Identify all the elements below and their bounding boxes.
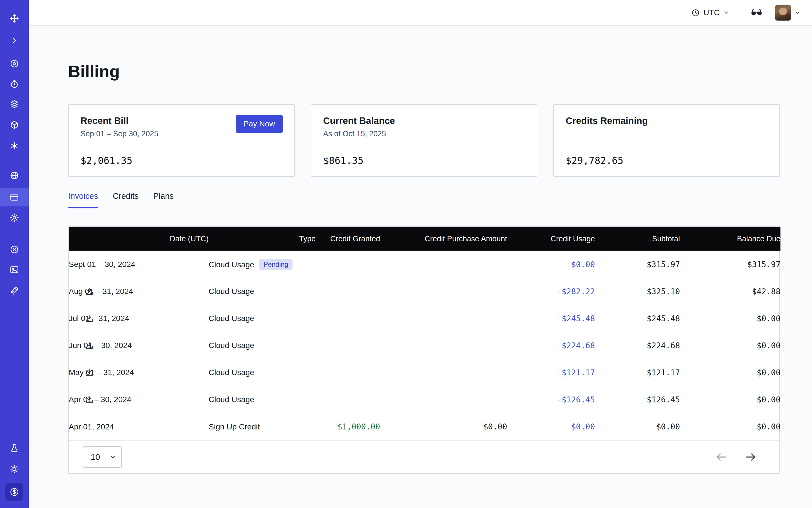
current-balance-amount: $861.35 xyxy=(323,155,525,166)
invoice-type: Sign Up Credit xyxy=(209,422,260,431)
table-footer: 10 xyxy=(69,440,779,473)
page-size-select[interactable]: 10 xyxy=(83,446,122,468)
tab-invoices[interactable]: Invoices xyxy=(68,192,98,208)
subtotal-value: $121.17 xyxy=(595,359,680,386)
subtotal-value: $224.68 xyxy=(595,332,680,359)
header-date: Date (UTC) xyxy=(69,227,209,251)
table-row: Sept 01 – 30, 2024 Cloud UsagePending $0… xyxy=(69,251,780,278)
invoice-type: Cloud Usage xyxy=(209,287,254,296)
main-content: Billing Recent Bill Sep 01 – Sep 30, 202… xyxy=(29,26,812,508)
next-page-button[interactable] xyxy=(744,451,757,463)
avatar[interactable] xyxy=(775,4,791,21)
table-row: Apr 01, 2024 Sign Up Credit $1,000.00 $0… xyxy=(69,413,780,440)
credit-usage-value: $0.00 xyxy=(507,413,595,440)
subtotal-value: $126.45 xyxy=(595,386,680,413)
credit-usage-value: -$245.48 xyxy=(507,305,595,332)
timezone-selector[interactable]: UTC xyxy=(691,8,729,17)
subtotal-value: $315.97 xyxy=(595,251,680,278)
credit-usage-value: -$126.45 xyxy=(507,386,595,413)
summary-cards: Recent Bill Sep 01 – Sep 30, 2025 $2,061… xyxy=(68,104,780,177)
header-credit-usage: Credit Usage xyxy=(507,227,595,251)
credit-granted-value: $1,000.00 xyxy=(315,413,380,440)
invoice-date: Apr 01, 2024 xyxy=(69,422,114,431)
billing-tabs: Invoices Credits Plans xyxy=(68,192,780,208)
balance-due-value: $0.00 xyxy=(680,305,780,332)
tab-credits[interactable]: Credits xyxy=(113,192,138,208)
move-logo-icon[interactable] xyxy=(0,9,29,27)
balance-as-of: As of Oct 15, 2025 xyxy=(323,130,525,138)
credit-card-icon[interactable] xyxy=(0,188,29,206)
pagination-controls xyxy=(715,451,757,463)
page-title: Billing xyxy=(68,61,780,82)
card-title: Current Balance xyxy=(323,116,525,126)
download-invoice-button[interactable] xyxy=(84,368,94,377)
header-balance-due: Balance Due xyxy=(680,227,780,251)
invoice-date: Aug 01 – 31, 2024 xyxy=(69,287,133,296)
balance-due-value: $315.97 xyxy=(680,251,780,278)
recent-bill-amount: $2,061.35 xyxy=(81,155,283,166)
table-row: Jun 01 – 30, 2024 Cloud Usage -$224.68 $… xyxy=(69,332,780,359)
invoice-date: May 01 – 31, 2024 xyxy=(69,368,134,377)
credits-remaining-card: Credits Remaining $29,782.65 xyxy=(553,104,780,177)
current-balance-card: Current Balance As of Oct 15, 2025 $861.… xyxy=(311,104,538,177)
header-credit-purchase: Credit Purchase Amount xyxy=(380,227,507,251)
chevron-right-icon[interactable] xyxy=(0,32,29,50)
invoices-table: Date (UTC) Type Credit Granted Credit Pu… xyxy=(68,226,780,474)
chevron-down-icon xyxy=(110,454,116,460)
recent-bill-card: Recent Bill Sep 01 – Sep 30, 2025 $2,061… xyxy=(68,104,295,177)
page-size-value: 10 xyxy=(91,452,100,462)
balance-due-value: $0.00 xyxy=(680,359,780,386)
header-type: Type xyxy=(209,227,315,251)
disc-icon[interactable] xyxy=(0,55,29,73)
subtotal-value: $245.48 xyxy=(595,305,680,332)
asterisk-icon[interactable] xyxy=(0,137,29,155)
sun-icon[interactable] xyxy=(0,460,29,478)
topbar: UTC xyxy=(29,0,812,26)
header-subtotal: Subtotal xyxy=(595,227,680,251)
sidebar xyxy=(0,0,29,508)
circle-x-icon[interactable] xyxy=(0,241,29,258)
credit-usage-value: -$282.22 xyxy=(507,278,595,305)
tab-plans[interactable]: Plans xyxy=(153,192,174,208)
balance-due-value: $42.88 xyxy=(680,278,780,305)
invoice-date: Sept 01 – 30, 2024 xyxy=(69,260,135,269)
credit-usage-value: $0.00 xyxy=(507,251,595,278)
download-invoice-button[interactable] xyxy=(84,341,94,350)
credit-usage-value: -$224.68 xyxy=(507,332,595,359)
invoice-type: Cloud Usage xyxy=(209,395,254,404)
chevron-down-icon[interactable] xyxy=(795,9,801,16)
flask-icon[interactable] xyxy=(0,439,29,457)
layers-icon[interactable] xyxy=(0,95,29,113)
gear-icon[interactable] xyxy=(0,209,29,227)
invoice-date: Apr 01 – 30, 2024 xyxy=(69,395,131,404)
rocket-icon[interactable] xyxy=(0,282,29,300)
balance-due-value: $0.00 xyxy=(680,413,780,440)
stopwatch-icon[interactable] xyxy=(0,75,29,93)
invoice-type: Cloud Usage xyxy=(209,260,254,269)
download-invoice-button[interactable] xyxy=(84,314,94,323)
image-icon[interactable] xyxy=(0,261,29,279)
globe-icon[interactable] xyxy=(0,166,29,184)
pay-now-button[interactable]: Pay Now xyxy=(236,115,283,133)
table-row: Jul 01 – 31, 2024 Cloud Usage -$245.48 $… xyxy=(69,305,780,332)
glasses-icon[interactable] xyxy=(750,6,763,19)
table-row: Apr 01 – 30, 2024 Cloud Usage -$126.45 $… xyxy=(69,386,780,413)
table-row: Aug 01 – 31, 2024 Cloud Usage -$282.22 $… xyxy=(69,278,780,305)
credit-purchase-value: $0.00 xyxy=(380,413,507,440)
card-title: Credits Remaining xyxy=(566,116,768,126)
table-header-row: Date (UTC) Type Credit Granted Credit Pu… xyxy=(69,227,780,251)
download-invoice-button[interactable] xyxy=(84,287,94,296)
chevron-down-icon xyxy=(723,9,729,16)
balance-due-value: $0.00 xyxy=(680,332,780,359)
subtotal-value: $0.00 xyxy=(595,413,680,440)
subtotal-value: $325.10 xyxy=(595,278,680,305)
dollar-circle-icon[interactable] xyxy=(5,483,24,501)
cube-icon[interactable] xyxy=(0,116,29,134)
previous-page-button[interactable] xyxy=(715,451,728,463)
credit-usage-value: -$121.17 xyxy=(507,359,595,386)
invoice-date: Jun 01 – 30, 2024 xyxy=(69,341,132,350)
status-badge: Pending xyxy=(259,259,293,270)
download-invoice-button[interactable] xyxy=(84,395,94,405)
header-credit-granted: Credit Granted xyxy=(315,227,380,251)
table-row: May 01 – 31, 2024 Cloud Usage -$121.17 $… xyxy=(69,359,780,386)
